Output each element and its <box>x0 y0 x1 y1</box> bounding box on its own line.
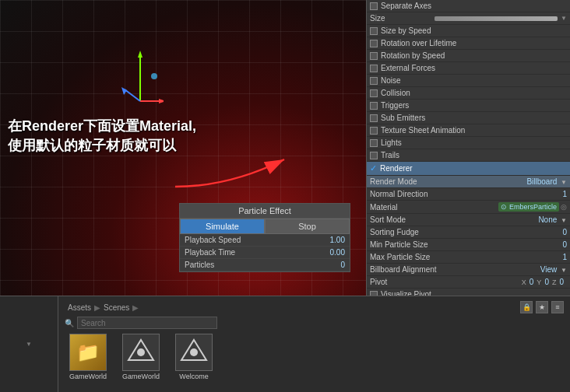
external-forces-checkbox[interactable] <box>370 65 378 72</box>
instruction-arrow <box>167 148 323 194</box>
particles-label: Particles <box>185 261 214 269</box>
sorting-fudge-row: Sorting Fudge 0 <box>367 226 570 239</box>
pivot-row: Pivot X 0 Y 0 Z 0 <box>367 276 570 289</box>
asset-item-gameworld-unity[interactable]: GameWorld <box>118 334 164 380</box>
separate-axes-row: Separate Axes <box>367 0 570 12</box>
rotation-over-lifetime-label: Rotation over Lifetime <box>381 39 567 47</box>
size-by-speed-row: Size by Speed <box>367 25 570 37</box>
pivot-z-label: Z <box>552 278 557 286</box>
collision-checkbox[interactable] <box>370 89 378 97</box>
svg-marker-1 <box>138 51 142 58</box>
pivot-label: Pivot <box>370 278 522 286</box>
size-row: Size ▼ <box>367 12 570 25</box>
billboard-alignment-row: Billboard Alignment View ▼ <box>367 264 570 276</box>
visualize-pivot-label: Visualize Pivot <box>381 290 567 296</box>
rotation-over-lifetime-row: Rotation over Lifetime <box>367 37 570 50</box>
viewport[interactable]: 在Renderer下面设置Material, 使用默认的粒子材质就可以 Part… <box>0 0 366 296</box>
render-mode-label: Render Mode <box>370 177 523 186</box>
size-by-speed-checkbox[interactable] <box>370 27 378 35</box>
min-particle-size-label: Min Particle Size <box>370 240 559 249</box>
simulate-button[interactable]: Simulate <box>180 219 265 234</box>
material-target-icon[interactable]: ◎ <box>561 203 567 211</box>
noise-row: Noise <box>367 75 570 87</box>
render-mode-value[interactable]: Billboard ▼ <box>526 177 567 186</box>
renderer-label: Renderer <box>380 164 413 173</box>
renderer-row[interactable]: ✓ Renderer <box>367 162 570 176</box>
noise-checkbox[interactable] <box>370 77 378 85</box>
asset-search-input[interactable] <box>77 317 217 329</box>
asset-item-gameworld-folder[interactable]: 📁 GameWorld <box>65 334 111 380</box>
triggers-checkbox[interactable] <box>370 102 378 110</box>
particles-row: Particles 0 <box>180 259 350 271</box>
max-particle-size-label: Max Particle Size <box>370 253 559 261</box>
particles-value: 0 <box>340 261 345 269</box>
svg-point-6 <box>151 73 157 79</box>
lights-row: Lights <box>367 137 570 149</box>
transform-gizmo[interactable] <box>117 47 164 109</box>
sorting-fudge-value: 0 <box>562 228 567 236</box>
sub-emitters-row: Sub Emitters <box>367 112 570 124</box>
options-icon[interactable]: ≡ <box>551 301 564 313</box>
rotation-by-speed-label: Rotation by Speed <box>381 51 567 60</box>
pivot-y-value[interactable]: 0 <box>544 278 549 286</box>
rotation-over-lifetime-checkbox[interactable] <box>370 40 378 47</box>
particle-effect-panel: Particle Effect Simulate Stop Playback S… <box>179 203 350 272</box>
sub-emitters-checkbox[interactable] <box>370 114 378 122</box>
pivot-z-value[interactable]: 0 <box>559 278 564 286</box>
pivot-x-value[interactable]: 0 <box>530 278 534 286</box>
external-forces-row: External Forces <box>367 62 570 75</box>
svg-marker-3 <box>159 99 164 103</box>
particle-buttons: Simulate Stop <box>180 219 350 234</box>
stop-button[interactable]: Stop <box>265 219 350 234</box>
unity-icon-1 <box>122 334 160 371</box>
svg-marker-5 <box>121 87 127 95</box>
breadcrumb-scenes[interactable]: Scenes <box>104 303 129 312</box>
lights-checkbox[interactable] <box>370 139 378 147</box>
bottom-left-strip: ▼ <box>0 296 58 392</box>
renderer-checkmark: ✓ <box>370 163 377 173</box>
properties-panel: Separate Axes Size ▼ Size by Speed Rotat… <box>366 0 570 296</box>
triggers-label: Triggers <box>381 101 567 110</box>
playback-time-row: Playback Time 0.00 <box>180 247 350 259</box>
playback-time-label: Playback Time <box>185 248 235 257</box>
breadcrumb-sep1: ▶ <box>94 303 100 312</box>
separate-axes-label: Separate Axes <box>381 2 564 10</box>
texture-sheet-animation-checkbox[interactable] <box>370 127 378 135</box>
lock-icon[interactable]: 🔒 <box>520 301 533 313</box>
rotation-by-speed-checkbox[interactable] <box>370 52 378 60</box>
unity-icon-2 <box>175 334 213 371</box>
pivot-x-label: X <box>522 278 526 286</box>
noise-label: Noise <box>381 76 567 85</box>
billboard-alignment-label: Billboard Alignment <box>370 265 537 274</box>
size-by-speed-label: Size by Speed <box>381 26 567 35</box>
breadcrumb-assets[interactable]: Assets <box>68 303 91 312</box>
trails-checkbox[interactable] <box>370 152 378 159</box>
particle-panel-title: Particle Effect <box>180 204 350 219</box>
sort-mode-label: Sort Mode <box>370 215 535 224</box>
trails-row: Trails <box>367 149 570 162</box>
trails-label: Trails <box>381 151 567 159</box>
max-particle-size-row: Max Particle Size 1 <box>367 251 570 264</box>
search-row: 🔍 <box>62 315 567 331</box>
bookmark-icon[interactable]: ★ <box>536 301 548 313</box>
bottom-bar: ▼ Assets ▶ Scenes ▶ 🔒 ★ ≡ 🔍 <box>0 296 570 392</box>
billboard-alignment-value[interactable]: View ▼ <box>540 265 567 274</box>
material-label: Material <box>370 203 495 212</box>
playback-speed-row: Playback Speed 1.00 <box>180 234 350 247</box>
bottom-left-label: ▼ <box>26 341 32 348</box>
separate-axes-checkbox[interactable] <box>370 2 378 10</box>
sub-emitters-label: Sub Emitters <box>381 114 567 122</box>
size-dropdown[interactable]: ▼ <box>561 15 567 22</box>
sorting-fudge-label: Sorting Fudge <box>370 228 559 236</box>
breadcrumb: Assets ▶ Scenes ▶ <box>65 302 142 313</box>
sort-mode-value[interactable]: None ▼ <box>538 215 567 224</box>
render-mode-row: Render Mode Billboard ▼ <box>367 176 570 188</box>
folder-icon: 📁 <box>69 334 107 371</box>
svg-point-9 <box>137 348 145 356</box>
texture-sheet-animation-label: Texture Sheet Animation <box>381 126 567 135</box>
material-row: Material ⊙ EmbersParticle ◎ <box>367 201 570 214</box>
asset-item-welcome[interactable]: Welcome <box>171 334 217 380</box>
asset-label-2: Welcome <box>179 373 208 380</box>
material-value[interactable]: ⊙ EmbersParticle <box>498 202 559 212</box>
sort-mode-row: Sort Mode None ▼ <box>367 214 570 226</box>
